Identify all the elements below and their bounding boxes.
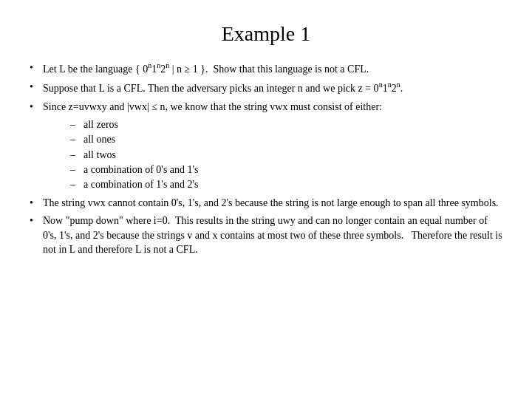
bullet-item-4: • The string vwx cannot contain 0's, 1's… <box>30 196 502 211</box>
sub-text-2: all ones <box>83 132 115 147</box>
sub-text-1: all zeros <box>83 117 118 132</box>
content-area: • Let L be the language { 0n1n2n | n ≥ 1… <box>30 61 502 384</box>
sub-dash-2: – <box>70 132 83 147</box>
bullet-item-5: • Now "pump down" where i=0. This result… <box>30 214 502 257</box>
sub-text-3: all twos <box>83 148 116 163</box>
sub-item-1: – all zeros <box>70 117 502 132</box>
bullet-text-4: The string vwx cannot contain 0's, 1's, … <box>43 196 502 211</box>
bullet-dot-3: • <box>30 100 43 115</box>
bullet-dot-1: • <box>30 61 43 75</box>
sub-dash-1: – <box>70 117 83 132</box>
sub-item-5: – a combination of 1's and 2's <box>70 177 502 192</box>
bullet-dot-4: • <box>30 196 43 211</box>
bullet-dot-5: • <box>30 214 43 228</box>
bullet-item-1: • Let L be the language { 0n1n2n | n ≥ 1… <box>30 61 502 76</box>
bullet-dot-2: • <box>30 80 43 95</box>
sub-text-5: a combination of 1's and 2's <box>83 177 199 192</box>
sub-dash-5: – <box>70 177 83 192</box>
sub-dash-4: – <box>70 163 83 177</box>
bullet-item-3: • Since z=uvwxy and |vwx| ≤ n, we know t… <box>30 100 502 115</box>
sub-item-3: – all twos <box>70 148 502 163</box>
sub-list: – all zeros – all ones – all twos – a co… <box>70 117 502 192</box>
bullet-text-5: Now "pump down" where i=0. This results … <box>43 214 502 257</box>
bullet-text-2: Suppose that L is a CFL. Then the advers… <box>43 80 502 95</box>
bullet-text-3: Since z=uvwxy and |vwx| ≤ n, we know tha… <box>43 100 502 115</box>
sub-item-4: – a combination of 0's and 1's <box>70 163 502 177</box>
bullet-text-1: Let L be the language { 0n1n2n | n ≥ 1 }… <box>43 61 502 76</box>
sub-dash-3: – <box>70 148 83 163</box>
page: Example 1 • Let L be the language { 0n1n… <box>0 0 532 399</box>
sub-text-4: a combination of 0's and 1's <box>83 163 199 177</box>
sub-item-2: – all ones <box>70 132 502 147</box>
bullet-item-2: • Suppose that L is a CFL. Then the adve… <box>30 80 502 95</box>
page-title: Example 1 <box>30 22 502 46</box>
